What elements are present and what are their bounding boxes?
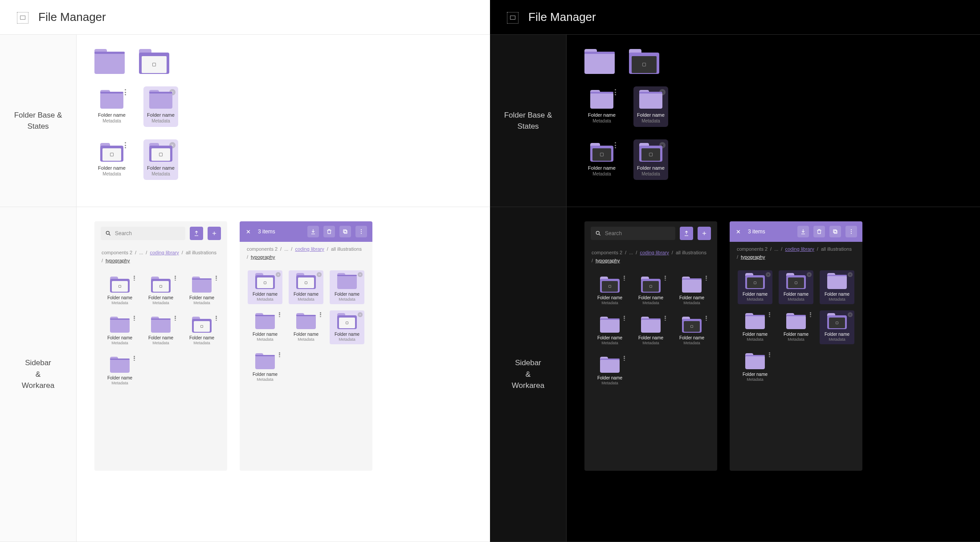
breadcrumb-root[interactable]: components 2 <box>737 246 768 252</box>
breadcrumb-ellipsis[interactable]: ... <box>139 250 143 255</box>
breadcrumb-ellipsis[interactable]: ... <box>629 250 633 255</box>
folder-tile[interactable]: Folder nameMetadata <box>592 274 627 308</box>
add-button[interactable] <box>208 227 221 240</box>
deselect-icon[interactable]: × <box>276 272 281 277</box>
deselect-icon[interactable]: × <box>766 272 771 277</box>
folder-tile[interactable]: Folder nameMetadata <box>633 274 668 308</box>
folder-tile[interactable]: Folder nameMetadata <box>102 314 137 348</box>
copy-button[interactable] <box>829 226 841 237</box>
folder-tile[interactable]: ×Folder nameMetadata <box>330 270 364 304</box>
folder-tile-selected[interactable]: × Folder name Metadata <box>633 86 668 127</box>
kebab-menu-icon[interactable] <box>175 316 176 321</box>
folder-tile[interactable]: Folder nameMetadata <box>143 274 178 308</box>
folder-tile[interactable]: ×Folder nameMetadata <box>820 270 854 304</box>
folder-tile[interactable]: Folder nameMetadata <box>592 354 627 388</box>
deselect-icon[interactable]: × <box>317 272 322 277</box>
folder-tile-open-selected[interactable]: × Folder name Metadata <box>633 139 668 180</box>
folder-tile-selected[interactable]: × Folder name Metadata <box>143 86 178 127</box>
deselect-icon[interactable]: × <box>848 312 853 317</box>
breadcrumb-item[interactable]: all illustrations <box>676 250 706 255</box>
deselect-icon[interactable]: × <box>358 312 363 317</box>
kebab-menu-icon[interactable] <box>624 356 625 361</box>
kebab-menu-icon[interactable] <box>706 276 707 281</box>
breadcrumb-link[interactable]: coding library <box>785 246 814 252</box>
folder-tile[interactable]: Folder nameMetadata <box>289 310 323 344</box>
folder-tile[interactable]: ×Folder nameMetadata <box>289 270 323 304</box>
kebab-menu-icon[interactable] <box>615 142 617 148</box>
kebab-menu-icon[interactable] <box>175 276 176 281</box>
kebab-menu-icon[interactable] <box>134 356 135 361</box>
folder-tile[interactable]: Folder nameMetadata <box>738 350 772 384</box>
breadcrumb-link[interactable]: coding library <box>640 250 669 255</box>
kebab-menu-icon[interactable] <box>706 316 707 321</box>
delete-button[interactable] <box>323 226 335 237</box>
kebab-menu-icon[interactable] <box>615 89 617 95</box>
folder-tile-open-default[interactable]: Folder name Metadata <box>94 139 129 180</box>
add-button[interactable] <box>698 227 711 240</box>
breadcrumb-link[interactable]: coding library <box>295 246 324 252</box>
folder-tile-open-default[interactable]: Folder name Metadata <box>584 139 619 180</box>
clear-selection-icon[interactable]: ✕ <box>245 228 252 235</box>
kebab-menu-icon[interactable] <box>134 316 135 321</box>
kebab-menu-icon[interactable] <box>216 276 217 281</box>
kebab-menu-icon[interactable] <box>125 142 127 148</box>
breadcrumb-item[interactable]: all illustrations <box>821 246 852 252</box>
search-input[interactable]: Search <box>101 227 185 240</box>
kebab-menu-icon[interactable] <box>624 316 625 321</box>
clear-selection-icon[interactable]: ✕ <box>735 228 742 235</box>
upload-button[interactable] <box>680 227 693 240</box>
deselect-icon[interactable]: × <box>807 272 812 277</box>
folder-tile[interactable]: Folder nameMetadata <box>674 274 709 308</box>
copy-button[interactable] <box>339 226 351 237</box>
kebab-menu-icon[interactable] <box>134 276 135 281</box>
folder-tile[interactable]: ×Folder nameMetadata <box>779 270 813 304</box>
more-button[interactable] <box>355 226 367 237</box>
kebab-menu-icon[interactable] <box>769 312 771 317</box>
folder-tile[interactable]: Folder nameMetadata <box>248 310 282 344</box>
kebab-menu-icon[interactable] <box>665 276 666 281</box>
folder-tile[interactable]: ×Folder nameMetadata <box>248 270 282 304</box>
folder-tile[interactable]: ×Folder nameMetadata <box>738 270 772 304</box>
folder-tile[interactable]: Folder nameMetadata <box>592 314 627 348</box>
kebab-menu-icon[interactable] <box>320 312 322 317</box>
breadcrumb-item[interactable]: all illustrations <box>186 250 216 255</box>
breadcrumb-item[interactable]: all illustrations <box>331 246 362 252</box>
folder-tile[interactable]: Folder nameMetadata <box>738 310 772 344</box>
upload-button[interactable] <box>190 227 203 240</box>
folder-tile[interactable]: ×Folder nameMetadata <box>820 310 854 344</box>
kebab-menu-icon[interactable] <box>279 312 281 317</box>
deselect-icon[interactable]: × <box>848 272 853 277</box>
breadcrumb-root[interactable]: components 2 <box>102 250 132 255</box>
folder-tile-open-selected[interactable]: × Folder name Metadata <box>143 139 178 180</box>
kebab-menu-icon[interactable] <box>279 352 281 357</box>
folder-tile[interactable]: Folder nameMetadata <box>779 310 813 344</box>
folder-tile[interactable]: Folder nameMetadata <box>184 314 219 348</box>
download-button[interactable] <box>797 226 809 237</box>
kebab-menu-icon[interactable] <box>769 352 771 357</box>
breadcrumb-root[interactable]: components 2 <box>247 246 278 252</box>
breadcrumb-ellipsis[interactable]: ... <box>284 246 288 252</box>
folder-tile-default[interactable]: Folder name Metadata <box>94 86 129 127</box>
breadcrumb-ellipsis[interactable]: ... <box>774 246 778 252</box>
folder-tile[interactable]: Folder nameMetadata <box>674 314 709 348</box>
deselect-icon[interactable]: × <box>358 272 363 277</box>
folder-tile[interactable]: Folder nameMetadata <box>633 314 668 348</box>
breadcrumb-link[interactable]: coding library <box>150 250 179 255</box>
kebab-menu-icon[interactable] <box>665 316 666 321</box>
folder-tile[interactable]: Folder nameMetadata <box>102 274 137 308</box>
download-button[interactable] <box>307 226 319 237</box>
more-button[interactable] <box>845 226 857 237</box>
kebab-menu-icon[interactable] <box>125 89 127 95</box>
folder-tile[interactable]: ×Folder nameMetadata <box>330 310 364 344</box>
folder-tile[interactable]: Folder nameMetadata <box>184 274 219 308</box>
folder-tile[interactable]: Folder nameMetadata <box>143 314 178 348</box>
folder-tile[interactable]: Folder nameMetadata <box>248 350 282 384</box>
search-input[interactable]: Search <box>591 227 675 240</box>
folder-tile-default[interactable]: Folder name Metadata <box>584 86 619 127</box>
folder-tile[interactable]: Folder nameMetadata <box>102 354 137 388</box>
kebab-menu-icon[interactable] <box>810 312 812 317</box>
kebab-menu-icon[interactable] <box>624 276 625 281</box>
breadcrumb-root[interactable]: components 2 <box>592 250 622 255</box>
kebab-menu-icon[interactable] <box>216 316 217 321</box>
delete-button[interactable] <box>813 226 825 237</box>
